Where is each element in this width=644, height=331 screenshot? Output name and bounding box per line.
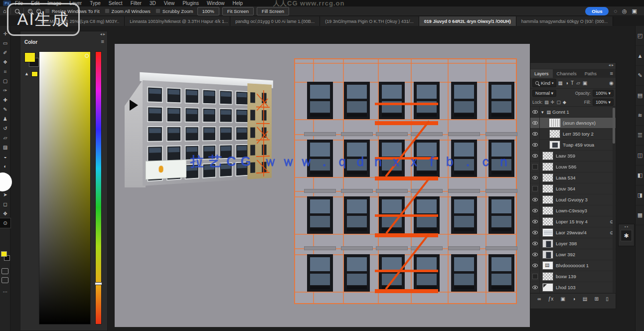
gamut-warning-swatch[interactable]	[31, 71, 38, 77]
document-canvas[interactable]: 拉艺CG ｗｗｗ．ｑｄｎｘｘｆｂ．ｃｎ	[115, 44, 530, 327]
eye-icon[interactable]	[532, 231, 538, 234]
history-brush-tool[interactable]: ↺	[0, 124, 10, 133]
home-icon[interactable]: ⌂	[3, 8, 6, 14]
layer-thumbnail[interactable]	[542, 283, 553, 292]
layer-row[interactable]: Lown-C9xsoy3	[530, 205, 616, 216]
dock-swatches-icon[interactable]: ▲	[636, 46, 644, 66]
share-button[interactable]: Oius	[585, 7, 609, 15]
menu-item-plugins[interactable]: Plugins	[182, 1, 199, 6]
visibility-cell[interactable]	[530, 151, 540, 161]
layer-thumbnail[interactable]	[549, 119, 560, 127]
hue-slider[interactable]	[95, 51, 102, 325]
eye-icon[interactable]	[532, 198, 538, 201]
layer-thumbnail[interactable]	[549, 141, 560, 149]
checkbox[interactable]	[105, 8, 110, 13]
adjustment-layer-icon[interactable]: ◑	[572, 296, 575, 302]
visibility-cell[interactable]	[530, 205, 540, 216]
document-tab-6[interactable]: hammila smagywndtai 60kgy O (93/: (000..…	[516, 16, 614, 26]
filter-smart-objects-icon[interactable]: ▣	[583, 80, 587, 86]
new-group-icon[interactable]: ▤	[583, 296, 587, 302]
object-selection-tool[interactable]: ❖	[0, 57, 10, 67]
layer-row[interactable]: Laor 29wvav/4⊙	[530, 227, 616, 238]
color-field-selector[interactable]	[85, 54, 89, 58]
panel-foreground-swatch[interactable]	[24, 52, 35, 62]
layer-thumbnail[interactable]	[542, 163, 553, 171]
quick-mask-icon[interactable]	[1, 268, 8, 274]
layer-row[interactable]: Lhod 103	[530, 282, 616, 293]
lock-pixels-icon[interactable]: ✛	[551, 100, 555, 105]
layer-thumbnail[interactable]	[542, 184, 553, 193]
dock-properties-icon[interactable]: ▤	[636, 86, 644, 106]
eye-icon[interactable]	[532, 209, 538, 212]
eye-icon[interactable]	[532, 220, 538, 223]
layer-thumbnail[interactable]	[542, 217, 553, 226]
option-check-zoom-all-windows[interactable]: Zoom All Windows	[105, 8, 151, 14]
dock-history-icon[interactable]: ◰	[636, 26, 644, 46]
visibility-cell[interactable]	[530, 140, 540, 150]
dock-brush-icon[interactable]: ✎	[636, 66, 644, 86]
blur-tool[interactable]: ◒	[0, 152, 10, 162]
search-icon[interactable]: ◌	[614, 8, 617, 14]
eye-icon[interactable]	[532, 154, 538, 158]
dock-libraries-icon[interactable]: ☰	[636, 126, 644, 146]
visibility-cell[interactable]	[530, 162, 540, 172]
button-100[interactable]: 100%	[197, 7, 219, 15]
gamut-warning-icon[interactable]: ▲	[24, 71, 29, 76]
visibility-cell[interactable]	[530, 129, 540, 139]
document-tab-3[interactable]: pandtg oc/,01ygg 0 U0 Ai lame 1.(00B...	[230, 16, 320, 26]
menu-item-window[interactable]: Window	[207, 1, 225, 6]
layer-row[interactable]: ▾▤Gonnt 1	[530, 107, 616, 118]
visibility-cell[interactable]	[530, 249, 540, 260]
eye-icon[interactable]	[532, 143, 538, 147]
frame-tool[interactable]: ▢	[0, 76, 10, 86]
layers-panel-tab-channels[interactable]: Channels	[553, 69, 581, 78]
menu-item-type[interactable]: Type	[90, 1, 101, 6]
dock-adjustments-icon[interactable]: ≋	[636, 106, 644, 126]
filter-toggle-icon[interactable]: ◉	[609, 80, 614, 86]
delete-layer-icon[interactable]: ▯	[606, 296, 609, 302]
layer-thumbnail[interactable]	[542, 272, 553, 281]
hue-slider-handle[interactable]	[95, 282, 102, 285]
crop-tool[interactable]: ⌗	[0, 67, 10, 76]
visibility-cell[interactable]	[530, 271, 540, 282]
layer-row[interactable]: Loud Gvuoyy 3	[530, 194, 616, 205]
scrollbar-thumb[interactable]	[613, 108, 615, 144]
option-check-scrubby-zoom[interactable]: Scrubby Zoom	[156, 8, 193, 14]
clone-stamp-tool[interactable]: ♟	[0, 114, 10, 124]
layers-scrollbar[interactable]	[613, 107, 615, 293]
opacity-value[interactable]: 100% ▾	[593, 90, 614, 97]
panel-collapse-icon[interactable]: ◂ ▸	[100, 32, 105, 36]
edit-toolbar-icon[interactable]: ⋯	[0, 287, 10, 297]
layer-effects-icon[interactable]: ƒx	[548, 296, 554, 302]
eye-icon[interactable]	[532, 253, 538, 256]
eye-icon[interactable]	[532, 264, 538, 267]
target-icon[interactable]: ◎	[622, 8, 627, 14]
panel-menu-icon[interactable]: ≡	[101, 38, 104, 44]
dock-paths-icon[interactable]: ▦	[636, 205, 644, 225]
lock-transparency-icon[interactable]: ▨	[544, 100, 549, 105]
visibility-cell[interactable]	[530, 172, 540, 183]
layer-thumbnail[interactable]	[542, 261, 553, 270]
layer-row[interactable]: Loper 15 troy 4⊙	[530, 216, 616, 227]
document-tab-5[interactable]: 019 Jiuvyd 0 64R2L 4ryn Oiwxy/1 /O0UH)	[419, 16, 516, 26]
new-layer-icon[interactable]: ⊞	[594, 296, 598, 302]
layer-row[interactable]: Laaa 534	[530, 172, 616, 183]
visibility-cell[interactable]	[530, 183, 540, 194]
shape-tool[interactable]: ◻	[0, 199, 10, 209]
layer-thumbnail[interactable]	[549, 130, 560, 138]
eye-icon[interactable]	[532, 110, 538, 114]
marquee-tool[interactable]: ▭	[0, 38, 10, 48]
button-fitscreen[interactable]: Fit Screen	[222, 7, 254, 15]
screen-mode-icon[interactable]	[1, 277, 8, 283]
layer-thumbnail[interactable]	[542, 206, 553, 215]
layer-thumbnail[interactable]	[542, 173, 553, 182]
lock-position-icon[interactable]: ▢	[556, 100, 561, 105]
lock-all-icon[interactable]: ◆	[563, 100, 566, 105]
layer-row[interactable]: (asun dwvsoyx)	[530, 118, 616, 129]
filter-kind-dropdown[interactable]: Kind▾	[532, 79, 556, 87]
transform-widget-icon[interactable]: ✱	[621, 230, 632, 241]
menu-item-select[interactable]: Select	[109, 1, 123, 6]
layer-row[interactable]: Laav 359	[530, 151, 616, 162]
eye-icon[interactable]	[532, 286, 538, 289]
layer-thumbnail[interactable]	[542, 250, 553, 259]
